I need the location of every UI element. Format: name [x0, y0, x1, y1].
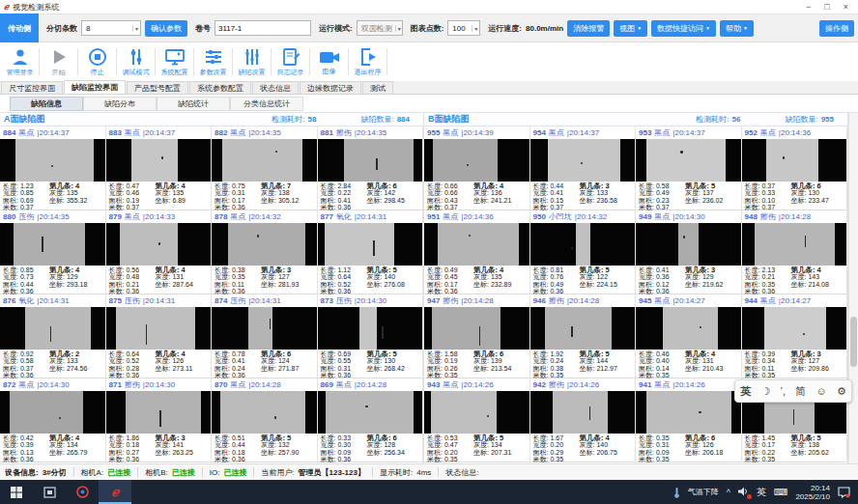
defect-image[interactable]: [636, 223, 741, 266]
task-view-button[interactable]: [33, 480, 66, 504]
defect-image[interactable]: [0, 307, 105, 350]
weather-text[interactable]: 气温下降: [688, 487, 719, 497]
defect-image[interactable]: [318, 223, 423, 266]
defect-cell[interactable]: 880压伤|20:14:35长度: 0.85宽度: 0.73面积: 0.44米数…: [0, 210, 106, 294]
notification-center-icon[interactable]: [838, 487, 850, 498]
toolbar-button-sliders[interactable]: 参数设置: [195, 42, 231, 81]
defect-cell[interactable]: 873压伤|20:14:30长度: 0.69宽度: 0.55面积: 0.31米数…: [318, 294, 424, 378]
confirm-params-button[interactable]: 确认参数: [145, 20, 187, 37]
toolbar-button-camera[interactable]: 图像: [311, 42, 347, 81]
slit-count-select[interactable]: 8 ▾: [81, 20, 141, 36]
defect-cell[interactable]: 871擦伤|20:14:30长度: 1.86宽度: 0.18面积: 0.27米数…: [106, 378, 213, 462]
tab-4[interactable]: 系统参数配置: [189, 81, 251, 94]
defect-cell[interactable]: 944黑点|20:14:27长度: 0.39宽度: 0.34面积: 0.11米数…: [742, 294, 848, 378]
defect-cell[interactable]: 950小凹坑|20:14:32长度: 0.81宽度: 0.76面积: 0.49米…: [530, 210, 637, 294]
defect-cell[interactable]: 954黑点|20:14:37长度: 0.44宽度: 0.41面积: 0.15米数…: [530, 126, 637, 210]
ime-toolbar[interactable]: 英 ☽ ’, 简 ☺ ⚙: [734, 379, 852, 403]
defect-image[interactable]: [530, 223, 636, 266]
defect-image[interactable]: [530, 307, 636, 350]
tray-expand-chevron[interactable]: ^: [727, 488, 730, 497]
roll-number-input[interactable]: [214, 20, 311, 36]
defect-image[interactable]: [530, 391, 636, 434]
defect-cell[interactable]: 874压伤|20:14:31长度: 0.78宽度: 0.41面积: 0.24米数…: [212, 294, 318, 378]
defect-cell[interactable]: 872黑点|20:14:30长度: 0.42宽度: 0.39面积: 0.13米数…: [0, 378, 106, 462]
defect-cell[interactable]: 948擦伤|20:14:28长度: 2.13宽度: 0.21面积: 0.35米数…: [742, 210, 848, 294]
subtab-3[interactable]: 缺陷统计: [157, 97, 230, 111]
defect-image[interactable]: [636, 307, 741, 350]
toolbar-button-tune[interactable]: 调试模式: [118, 42, 154, 81]
scrollbar-thumb[interactable]: [850, 317, 857, 367]
defect-cell[interactable]: 879黑点|20:14:33长度: 0.56宽度: 0.48面积: 0.21米数…: [106, 210, 213, 294]
tab-3[interactable]: 产品型号配置: [127, 81, 188, 94]
defect-image[interactable]: [106, 391, 212, 434]
ime-lang-toggle[interactable]: 英: [740, 384, 751, 399]
emoji-icon[interactable]: ☺: [816, 385, 827, 397]
ime-keyboard-icon[interactable]: ⌨: [774, 487, 787, 497]
defect-cell[interactable]: 869黑点|20:14:28长度: 0.33宽度: 0.30面积: 0.09米数…: [318, 378, 424, 462]
defect-cell[interactable]: 875压伤|20:14:31长度: 0.64宽度: 0.52面积: 0.28米数…: [106, 294, 213, 378]
tab-5[interactable]: 状态信息: [252, 81, 299, 94]
toolbar-button-stop[interactable]: 停止: [79, 42, 115, 81]
defect-cell[interactable]: 878黑点|20:14:32长度: 0.38宽度: 0.35面积: 0.11米数…: [212, 210, 318, 294]
defect-cell[interactable]: 941黑点|20:14:26长度: 0.35宽度: 0.31面积: 0.09米数…: [636, 378, 742, 462]
toolbar-button-user[interactable]: 管理登录: [2, 42, 38, 81]
tab-1[interactable]: 尺寸监控界面: [1, 81, 63, 94]
defect-cell[interactable]: 882黑点|20:14:35长度: 0.75宽度: 0.31面积: 0.17米数…: [212, 126, 318, 210]
defect-cell[interactable]: 870黑点|20:14:28长度: 0.51宽度: 0.44面积: 0.18米数…: [212, 378, 318, 462]
operator-side-button[interactable]: 操作侧: [819, 20, 854, 37]
defect-cell[interactable]: 943黑点|20:14:26长度: 0.53宽度: 0.47面积: 0.20米数…: [424, 378, 530, 462]
tab-7[interactable]: 测试: [362, 81, 393, 94]
help-menu-button[interactable]: 帮助▼: [720, 20, 754, 37]
defect-image[interactable]: [742, 307, 847, 350]
clear-alarm-button[interactable]: 清除报警: [567, 20, 610, 37]
defect-image[interactable]: [424, 223, 529, 266]
toolbar-button-exit[interactable]: 退出程序: [350, 42, 386, 81]
maximize-button[interactable]: □: [824, 2, 829, 12]
defect-cell[interactable]: 881擦伤|20:14:35长度: 2.84宽度: 0.22面积: 0.41米数…: [318, 126, 424, 210]
taskbar-app-paint[interactable]: [66, 480, 99, 504]
defect-image[interactable]: [636, 391, 741, 434]
minimize-button[interactable]: −: [806, 2, 811, 12]
subtab-1[interactable]: 缺陷信息: [10, 97, 83, 111]
defect-cell[interactable]: 946擦伤|20:14:28长度: 1.92宽度: 0.24面积: 0.38米数…: [530, 294, 637, 378]
defect-image[interactable]: [636, 139, 741, 182]
toolbar-button-monitor[interactable]: 系统配置: [157, 42, 192, 81]
start-button[interactable]: [0, 480, 33, 504]
close-button[interactable]: ×: [844, 2, 848, 12]
defect-cell[interactable]: 955黑点|20:14:39长度: 0.66宽度: 0.66面积: 0.43米数…: [424, 126, 530, 210]
vertical-scrollbar[interactable]: [848, 113, 858, 463]
defect-image[interactable]: [212, 223, 317, 266]
defect-cell[interactable]: 883黑点|20:14:37长度: 0.47宽度: 0.46面积: 0.19米数…: [106, 126, 213, 210]
defect-image[interactable]: [742, 139, 847, 182]
defect-image[interactable]: [318, 391, 423, 434]
data-quick-access-menu-button[interactable]: 数据快捷访问▼: [651, 20, 716, 37]
defect-cell[interactable]: 945黑点|20:14:27长度: 0.46宽度: 0.40面积: 0.14米数…: [636, 294, 742, 378]
view-menu-button[interactable]: 视图▼: [614, 20, 647, 37]
defect-cell[interactable]: 953黑点|20:14:37长度: 0.58宽度: 0.49面积: 0.23米数…: [636, 126, 742, 210]
defect-cell[interactable]: 876氧化|20:14:31长度: 0.92宽度: 0.58面积: 0.37米数…: [0, 294, 106, 378]
tab-6[interactable]: 边缘数据记录: [300, 81, 361, 94]
defect-image[interactable]: [0, 139, 105, 182]
punctuation-toggle[interactable]: ’,: [781, 385, 786, 397]
taskbar-clock[interactable]: 20:14 2025/2/10: [795, 484, 830, 501]
toolbar-button-journal[interactable]: 日志记录: [272, 42, 308, 81]
defect-cell[interactable]: 951黑点|20:14:36长度: 0.49宽度: 0.45面积: 0.17米数…: [424, 210, 530, 294]
chart-points-select[interactable]: 100 ▾: [447, 20, 480, 36]
subtab-4[interactable]: 分类信息统计: [230, 97, 303, 111]
defect-cell[interactable]: 949黑点|20:14:30长度: 0.41宽度: 0.36面积: 0.12米数…: [636, 210, 742, 294]
tab-2[interactable]: 缺陷监控界面: [64, 80, 126, 94]
defect-image[interactable]: [0, 391, 105, 434]
defect-image[interactable]: [106, 223, 212, 266]
volume-icon[interactable]: [738, 487, 749, 498]
defect-image[interactable]: [0, 223, 105, 266]
defect-cell[interactable]: 942擦伤|20:14:26长度: 1.67宽度: 0.20面积: 0.29米数…: [530, 378, 637, 462]
ime-language-indicator[interactable]: 英: [757, 486, 766, 499]
defect-image[interactable]: [530, 139, 636, 182]
defect-cell[interactable]: 884黑点|20:14:37长度: 1.23宽度: 0.85面积: 0.69米数…: [0, 126, 106, 210]
toolbar-button-sliders-v[interactable]: 缺陷设置: [234, 42, 270, 81]
defect-image[interactable]: [424, 391, 529, 434]
run-mode-select[interactable]: 双面检测 ▾: [357, 20, 403, 36]
defect-image[interactable]: [212, 307, 317, 350]
defect-image[interactable]: [106, 307, 212, 350]
defect-cell[interactable]: 877氧化|20:14:31长度: 1.12宽度: 0.64面积: 0.52米数…: [318, 210, 424, 294]
